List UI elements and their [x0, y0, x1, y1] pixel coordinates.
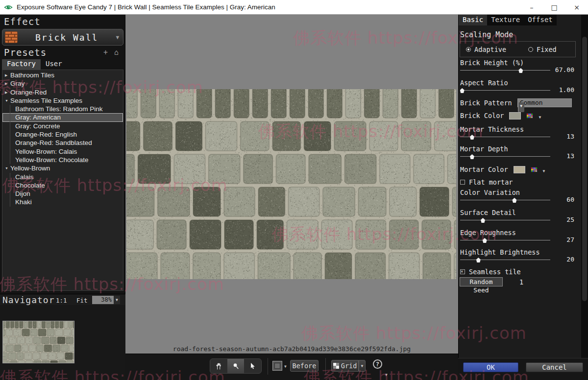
preset-item[interactable]: Orange-Red: Sandblasted	[2, 139, 123, 147]
radio-fixed[interactable]: Fixed	[528, 46, 557, 53]
background-dropdown-arrow-icon[interactable]: ▼	[284, 364, 287, 369]
preset-item[interactable]: ▶Bathroom Tiles	[2, 71, 123, 79]
mortar-depth-label: Mortar Depth	[460, 145, 508, 153]
effect-dropdown-arrow-icon: ▼	[116, 34, 119, 41]
navigator-title: Navigator	[2, 295, 55, 305]
mortar-color-arrow-icon[interactable]: ▼	[543, 169, 545, 173]
zoom-1to1-button[interactable]: 1:1	[56, 297, 67, 304]
preset-item[interactable]: Gray: American	[2, 113, 123, 121]
tool-group	[210, 358, 262, 374]
brick-color-swatch[interactable]	[509, 112, 521, 119]
navigator-body	[0, 305, 125, 380]
preset-item-label: Yellow-Brown: Chocolate	[15, 156, 89, 164]
tree-down-arrow-icon[interactable]: ▼	[5, 164, 10, 172]
pointer-tool-button[interactable]	[244, 359, 261, 373]
seamless-tile-checkbox[interactable]	[460, 269, 465, 274]
grid-button[interactable]: Grid	[331, 360, 359, 372]
preset-item-label: Gray	[10, 79, 24, 88]
preset-item[interactable]: Calais	[2, 173, 123, 181]
grid-label: Grid	[341, 362, 357, 370]
preset-item[interactable]: Dijon	[2, 190, 123, 198]
preset-list: ▶Bathroom Tiles▶Gray▶Orange-Red▼Seamless…	[2, 70, 123, 291]
left-panel: Effect Brick Wall ▼ Presets + ⌂ Factory …	[0, 15, 125, 380]
preset-item[interactable]: ▼Seamless Tile Examples	[2, 96, 123, 105]
toolbar-separator	[268, 358, 268, 375]
preset-item[interactable]: ▶Orange-Red	[2, 88, 123, 96]
highlight-brightness-slider[interactable]	[460, 257, 550, 263]
preset-item[interactable]: ▼Yellow-Brown	[2, 164, 123, 172]
mortar-color-swatch[interactable]	[514, 166, 525, 173]
mortar-depth-slider[interactable]	[460, 154, 550, 160]
tab-texture[interactable]: Texture	[487, 15, 524, 25]
preset-item[interactable]: ▶Gray	[2, 79, 123, 88]
preset-item[interactable]: Yellow-Brown: Chocolate	[2, 156, 123, 164]
zoom-fit-button[interactable]: Fit	[76, 297, 88, 304]
minimize-button[interactable]: –	[520, 0, 543, 15]
brick-pattern-label: Brick Pattern	[460, 99, 512, 107]
background-color-button[interactable]	[272, 361, 282, 371]
brick-pattern-row: Brick Pattern Common ▼	[460, 98, 572, 107]
effect-selector-button[interactable]: Brick Wall ▼	[2, 29, 123, 46]
source-filename: road-forest-season-autumn-acb7a2b0419ad3…	[125, 345, 458, 353]
preset-item[interactable]: Chocolate	[2, 181, 123, 190]
tab-offset[interactable]: Offset	[524, 15, 557, 25]
preset-item-label: Khaki	[15, 198, 32, 206]
zoom-level-dropdown[interactable]: 38% ▼	[92, 296, 120, 304]
background-color-swatch	[274, 363, 280, 369]
close-button[interactable]: ×	[565, 0, 588, 15]
random-seed-value: 1	[519, 278, 523, 286]
brick-color-arrow-icon[interactable]: ▼	[539, 115, 541, 119]
preset-item[interactable]: Bathroom Tiles: Random Pink	[2, 105, 123, 113]
before-button[interactable]: Before	[290, 360, 318, 372]
preset-item[interactable]: Orange-Red: English	[2, 130, 123, 139]
tree-right-arrow-icon[interactable]: ▶	[5, 88, 10, 96]
random-seed-button[interactable]: Random Seed	[460, 277, 503, 286]
seamless-tile-row[interactable]: Seamless tile	[460, 268, 576, 276]
aspect-ratio-slider[interactable]	[460, 88, 550, 94]
preset-item[interactable]: Khaki	[2, 198, 123, 206]
surface-detail-slider[interactable]	[460, 217, 550, 223]
preset-item-label: Yellow-Brown	[10, 164, 50, 172]
cancel-button[interactable]: Cancel	[526, 362, 583, 372]
zoom-tool-button[interactable]	[227, 359, 245, 373]
help-dropdown-arrow-icon[interactable]: ▼	[385, 373, 388, 377]
tab-factory[interactable]: Factory	[2, 59, 41, 70]
hand-tool-button[interactable]	[210, 359, 227, 373]
radio-adaptive[interactable]: Adaptive	[466, 46, 506, 53]
preview-area[interactable]: road-forest-season-autumn-acb7a2b0419ad3…	[125, 15, 458, 354]
tab-user[interactable]: User	[41, 59, 67, 70]
edge-roughness-slider[interactable]	[460, 238, 550, 243]
mortar-depth-value: 13	[566, 152, 574, 160]
tree-right-arrow-icon[interactable]: ▶	[5, 79, 10, 88]
add-preset-icon[interactable]: +	[103, 48, 108, 57]
brick-height-slider[interactable]	[460, 68, 550, 73]
navigator-thumbnail[interactable]	[2, 321, 74, 363]
brick-pattern-dropdown[interactable]: Common ▼	[517, 98, 572, 107]
preview-image[interactable]	[126, 89, 456, 279]
tab-basic[interactable]: Basic	[459, 15, 487, 25]
flat-mortar-row[interactable]: Flat mortar	[460, 178, 576, 186]
mortar-thickness-slider[interactable]	[460, 134, 550, 140]
preset-item-label: Orange-Red: English	[15, 130, 77, 139]
brick-color-palette-icon[interactable]	[526, 113, 533, 119]
color-variation-slider[interactable]	[460, 197, 550, 203]
tree-down-arrow-icon[interactable]: ▼	[5, 96, 10, 105]
ok-button[interactable]: OK	[463, 362, 518, 372]
flat-mortar-checkbox[interactable]	[460, 180, 465, 185]
color-variation-label: Color Variation	[460, 189, 520, 196]
brick-height-label: Brick Height (%)	[460, 59, 524, 67]
scrollbar-thumb[interactable]	[582, 37, 587, 301]
home-preset-icon[interactable]: ⌂	[114, 48, 119, 57]
preset-tabs: Factory User	[2, 59, 67, 70]
help-button[interactable]: ?	[373, 359, 382, 369]
mortar-color-palette-icon[interactable]	[531, 167, 538, 172]
maximize-button[interactable]: □	[543, 0, 565, 15]
color-variation-value: 60	[566, 196, 574, 203]
zoom-dropdown-arrow-icon: ▼	[114, 296, 120, 304]
panel-scrollbar[interactable]	[581, 15, 588, 358]
radio-adaptive-icon	[466, 47, 471, 52]
grid-dropdown-arrow-icon[interactable]: ▼	[359, 360, 366, 372]
tree-right-arrow-icon[interactable]: ▶	[5, 71, 10, 79]
preset-item[interactable]: Yellow-Brown: Calais	[2, 147, 123, 156]
preset-item[interactable]: Gray: Concrete	[2, 122, 123, 130]
